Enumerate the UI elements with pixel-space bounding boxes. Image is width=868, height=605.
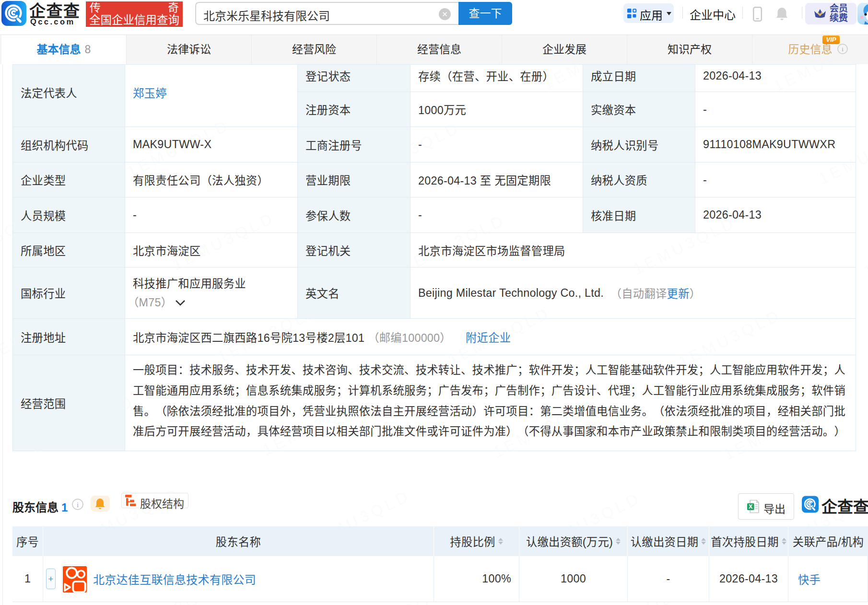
svg-text:X: X <box>749 503 753 510</box>
svg-text:i: i <box>77 501 79 509</box>
svg-text:i: i <box>842 46 844 53</box>
